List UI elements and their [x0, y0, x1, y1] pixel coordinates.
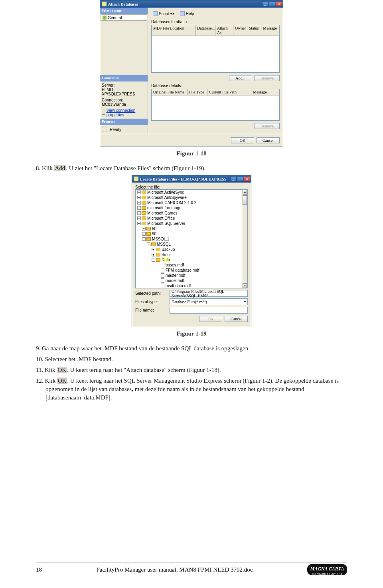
ok-button[interactable]: OK	[231, 137, 254, 143]
tree-file[interactable]: bases.mdf	[156, 262, 247, 268]
folder-icon	[151, 242, 156, 246]
cancel-button[interactable]: Cancel	[225, 316, 248, 322]
tree-expander[interactable]: +	[137, 206, 141, 210]
close-button[interactable]: ×	[276, 1, 282, 7]
tree-scrollbar[interactable]: ▴ ▾	[242, 190, 247, 288]
file-name-input[interactable]	[170, 307, 248, 314]
attach-grid[interactable]: MDF File LocationDatabase...Attach AsOwn…	[151, 25, 280, 73]
tree-file[interactable]: model.mdf	[156, 278, 247, 283]
folder-icon	[142, 191, 146, 194]
help-button[interactable]: Help	[178, 11, 196, 16]
selected-path-input[interactable]: C:\Program Files\Microsoft SQL Server\MS…	[170, 290, 248, 297]
grid-header-cell[interactable]: MDF File Location	[152, 25, 195, 36]
ok-highlight: OK	[57, 367, 67, 373]
script-icon	[153, 11, 158, 16]
file-tree[interactable]: +Microsoft ActiveSync+Microsoft AntiSpyw…	[135, 189, 248, 288]
grid-header-cell[interactable]: Status	[247, 25, 261, 36]
scroll-thumb[interactable]	[243, 195, 247, 205]
folder-icon	[142, 201, 146, 205]
magna-carta-logo: MAGNA CARTA CHIPCARD SOLUTIONS	[307, 564, 347, 575]
close-button[interactable]: ×	[244, 176, 250, 182]
tree-expander[interactable]: −	[147, 242, 150, 246]
progress-header: Progress	[100, 119, 148, 125]
tree-file[interactable]: FPM database.mdf	[156, 268, 247, 273]
script-button[interactable]: Script ▾ ▾	[151, 11, 176, 16]
tree-folder[interactable]: −MSSQL.1−MSSQL+Backup+Binn−Databases.mdf…	[142, 236, 247, 288]
sidebar-item-general[interactable]: General	[101, 14, 147, 21]
cancel-button[interactable]: Cancel	[257, 137, 280, 143]
server-value: ELMO-XP\SQLEXPRESS	[102, 87, 146, 96]
grid-header-cell[interactable]: Message	[251, 89, 275, 95]
grid-header-cell[interactable]: Current File Path	[207, 89, 251, 95]
remove-button[interactable]: Remove	[255, 75, 280, 81]
tree-label: bases.mdf	[166, 262, 184, 268]
tree-expander[interactable]: +	[137, 191, 141, 194]
maximize-button[interactable]: □	[237, 176, 243, 182]
tree-expander[interactable]: +	[152, 253, 155, 256]
tree-expander[interactable]	[156, 268, 160, 272]
scroll-up-icon[interactable]: ▴	[243, 190, 247, 195]
progress-status: Ready	[110, 127, 121, 132]
tree-folder[interactable]: +Backup	[152, 247, 247, 252]
dialog-toolbar: Script ▾ ▾ Help	[151, 10, 280, 17]
folder-icon	[142, 196, 146, 199]
tree-file[interactable]: msdbdata.mdf	[156, 283, 247, 288]
tree-file[interactable]: master.mdf	[156, 273, 247, 278]
view-connection-properties-link[interactable]: View connection properties	[102, 108, 146, 117]
tree-expander[interactable]: +	[142, 227, 146, 230]
tree-folder[interactable]: −Microsoft SQL Server+80+90−MSSQL.1−MSSQ…	[137, 221, 247, 288]
tree-expander[interactable]: +	[142, 232, 146, 236]
tree-expander[interactable]: +	[137, 201, 141, 205]
tree-folder[interactable]: +Microsoft ActiveSync	[137, 190, 247, 195]
tree-folder[interactable]: +80	[142, 226, 247, 231]
files-of-type-select[interactable]: Database Files(*.mdf) ▾	[170, 298, 248, 305]
tree-folder[interactable]: +Microsoft Office	[137, 216, 247, 221]
tree-label: Binn	[162, 252, 170, 257]
grid-header-cell[interactable]: Attach As	[215, 25, 233, 36]
grid-header-cell[interactable]: Database...	[195, 25, 215, 36]
grid-header-cell[interactable]: Original File Name	[152, 89, 188, 95]
tree-expander[interactable]	[156, 263, 160, 267]
dialog2-title: Locate Database Files - ELMO-XP\SQLEXPRE…	[140, 177, 227, 181]
tree-expander[interactable]: −	[137, 222, 141, 225]
tree-expander[interactable]: +	[137, 211, 141, 215]
folder-icon	[146, 232, 151, 236]
connection-value: MC01\Wanda	[102, 102, 146, 107]
tree-folder[interactable]: +microsoft frontpage	[137, 205, 247, 211]
maximize-button[interactable]: □	[269, 1, 275, 7]
tree-expander[interactable]	[156, 274, 160, 277]
tree-expander[interactable]: +	[137, 217, 141, 220]
tree-expander[interactable]: −	[152, 258, 155, 262]
tree-folder[interactable]: +Microsoft Games	[137, 211, 247, 216]
minimize-button[interactable]: _	[262, 1, 268, 7]
scroll-down-icon[interactable]: ▾	[243, 283, 247, 288]
tree-folder[interactable]: −Databases.mdfFPM database.mdfmaster.mdf…	[152, 257, 247, 288]
add-button[interactable]: Add...	[229, 75, 252, 81]
tree-folder[interactable]: +90	[142, 231, 247, 236]
tree-expander[interactable]: −	[142, 237, 146, 241]
ok-button[interactable]: OK	[199, 316, 222, 322]
tree-expander[interactable]: +	[137, 196, 141, 199]
app-icon	[102, 2, 107, 6]
tree-folder[interactable]: +Binn	[152, 252, 247, 257]
ok-highlight: OK	[57, 377, 67, 384]
tree-folder[interactable]: +Microsoft AntiSpyware	[137, 195, 247, 200]
database-details-label: Database details:	[151, 83, 280, 88]
selected-path-label: Selected path:	[135, 291, 167, 296]
tree-expander[interactable]: +	[152, 248, 155, 251]
minimize-button[interactable]: _	[230, 176, 237, 182]
dialog2-titlebar[interactable]: Locate Database Files - ELMO-XP\SQLEXPRE…	[132, 175, 251, 183]
tree-folder[interactable]: +Microsoft CAPICOM 2.1.0.2	[137, 200, 247, 205]
tree-expander[interactable]	[156, 279, 160, 282]
details-grid[interactable]: Original File NameFile TypeCurrent File …	[151, 89, 280, 121]
grid-header-cell[interactable]: Message	[261, 25, 279, 36]
dialog-titlebar[interactable]: Attach Databases _ □ ×	[100, 0, 283, 8]
grid-header-cell[interactable]: File Type	[188, 89, 207, 95]
grid-header-cell[interactable]: Owner	[233, 25, 247, 36]
tree-folder[interactable]: −MSSQL+Backup+Binn−Databases.mdfFPM data…	[147, 242, 247, 288]
page-footer: 18 FacilityPro Manager user manual, MAN8…	[36, 564, 347, 575]
progress-icon	[102, 127, 107, 132]
tree-expander[interactable]	[156, 284, 160, 288]
remove-detail-button[interactable]: Remove	[255, 123, 280, 129]
step-10: 10. Selecteer het .MDF bestand.	[36, 355, 347, 364]
